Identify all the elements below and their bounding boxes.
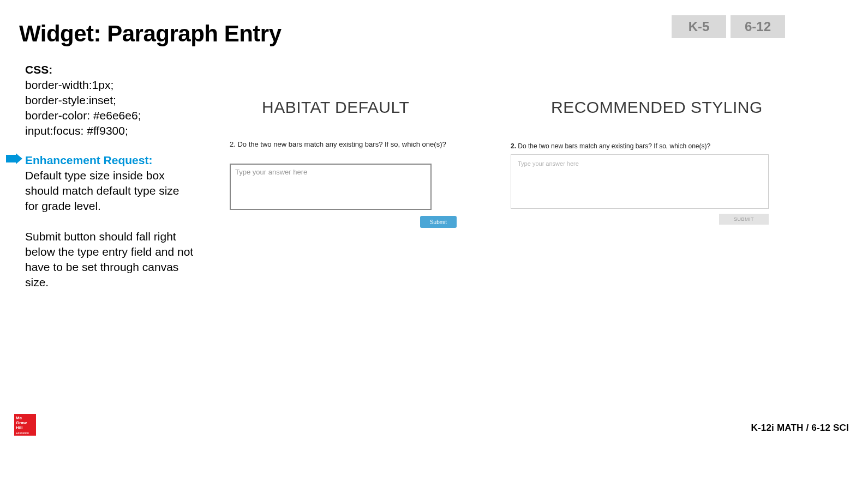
column-heading-recommended: RECOMMENDED STYLING <box>551 98 763 117</box>
tab-k5[interactable]: K-5 <box>672 15 726 38</box>
css-label: CSS: <box>25 62 141 77</box>
logo-line: Hill <box>16 425 34 430</box>
logo-line: Graw <box>16 420 34 425</box>
question-text-recommended: 2. Do the two new bars match any existin… <box>511 142 710 150</box>
svg-marker-0 <box>6 153 22 164</box>
enhancement-request-block: Enhancement Request: Default type size i… <box>25 153 194 290</box>
enhancement-paragraph: Submit button should fall right below th… <box>25 229 194 290</box>
logo-line: Education <box>16 431 34 436</box>
column-heading-default: HABITAT DEFAULT <box>262 98 409 117</box>
submit-button-recommended[interactable]: SUBMIT <box>719 214 769 225</box>
css-line: input:focus: #ff9300; <box>25 123 141 138</box>
question-number: 2. <box>511 142 516 150</box>
mcgraw-hill-logo: Mc Graw Hill Education <box>14 414 36 436</box>
question-text-default: 2. Do the two new bars match any existin… <box>230 140 446 148</box>
tab-6-12[interactable]: 6-12 <box>731 15 785 38</box>
enhancement-paragraph: Default type size inside box should matc… <box>25 168 194 214</box>
enhancement-title: Enhancement Request: <box>25 153 194 168</box>
css-line: border-color: #e6e6e6; <box>25 108 141 123</box>
css-spec-block: CSS: border-width:1px; border-style:inse… <box>25 62 141 138</box>
answer-textarea-recommended[interactable] <box>511 154 769 209</box>
logo-line: Mc <box>16 415 34 420</box>
submit-button-default[interactable]: Submit <box>420 216 457 228</box>
footer-label: K-12i MATH / 6-12 SCI <box>751 423 849 433</box>
question-body: Do the two new bars match any existing b… <box>516 142 710 150</box>
css-line: border-width:1px; <box>25 77 141 93</box>
css-line: border-style:inset; <box>25 93 141 108</box>
page-title: Widget: Paragraph Entry <box>19 21 282 47</box>
arrow-right-icon <box>6 153 22 164</box>
answer-textarea-default[interactable] <box>230 164 432 210</box>
